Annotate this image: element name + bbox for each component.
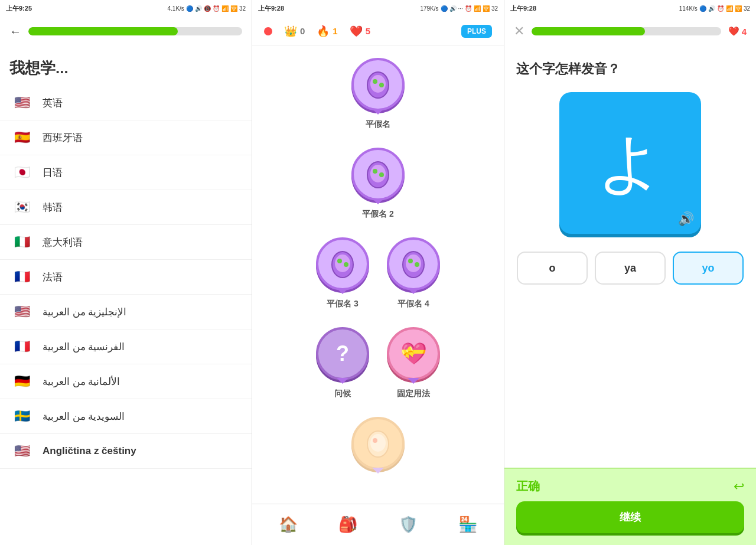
heart-count-3: 4 — [742, 27, 747, 37]
lang-name-czech: Angličtina z češtiny — [43, 445, 136, 457]
course-row-2: 平假名 2 — [351, 148, 405, 220]
course-node-fixed[interactable]: 💝 固定用法 — [387, 327, 440, 399]
flag-arabic-en: 🇺🇸 — [9, 303, 34, 321]
progress-bar-3 — [532, 27, 721, 35]
svg-point-11 — [344, 262, 348, 267]
language-item-arabic-en[interactable]: 🇺🇸الإنجليزية من العربية — [0, 295, 252, 329]
course-node-greeting[interactable]: ? 问候 — [316, 327, 369, 399]
heart-icon-3: ❤️ — [728, 26, 739, 37]
nav-home[interactable]: 🏠 — [269, 511, 307, 539]
flag-english: 🇺🇸 — [9, 94, 34, 112]
language-item-arabic-fr[interactable]: 🇫🇷الفرنسية من العربية — [0, 329, 252, 364]
language-item-arabic-de[interactable]: 🇩🇪الألمانية من العربية — [0, 364, 252, 399]
nav-shield[interactable]: 🛡️ — [389, 511, 427, 539]
course-node-hiragana4[interactable]: 平假名 4 — [387, 237, 440, 309]
result-label: 正确 — [516, 478, 540, 494]
back-button[interactable]: ← — [9, 25, 21, 38]
svg-point-18 — [373, 438, 377, 443]
continue-button[interactable]: 继续 — [516, 501, 744, 533]
crown-stat: 👑 0 — [284, 25, 305, 38]
nav-shop[interactable]: 🏪 — [449, 511, 487, 539]
heart-stat-3: ❤️ 4 — [728, 26, 747, 37]
egg-icon-1 — [364, 68, 392, 100]
nav-bar-2: 👑 0 🔥 1 ❤️ 5 PLUS — [252, 17, 504, 46]
panel-quiz: 上午9:28 114K/s 🔵 🔊 ⏰ 📶 🛜 32 ✕ ❤️ 4 这个字怎样发… — [504, 0, 756, 545]
svg-point-6 — [373, 169, 377, 174]
panel-language-selection: 上午9:25 4.1K/s 🔵 🔊 📵 ⏰ 📶 🛜 32 ← 我想学... 🇺🇸… — [0, 0, 252, 545]
flag-arabic-de: 🇩🇪 — [9, 373, 34, 390]
course-row-5 — [351, 417, 405, 470]
courses-scroll: 平假名 平假名 2 — [252, 46, 504, 504]
language-item-japanese[interactable]: 🇯🇵日语 — [0, 155, 252, 190]
plus-badge[interactable]: PLUS — [461, 25, 492, 38]
kana-character: よ — [597, 130, 664, 195]
lang-name-japanese: 日语 — [43, 166, 63, 180]
lang-name-english: 英语 — [43, 96, 63, 110]
close-button[interactable]: ✕ — [514, 24, 524, 39]
lang-name-arabic-sv: السويدية من العربية — [43, 410, 125, 423]
status-bar-3: 上午9:28 114K/s 🔵 🔊 ⏰ 📶 🛜 32 — [504, 0, 756, 17]
status-bar-2: 上午9:28 179K/s 🔵 🔊 ··· ⏰ 📶 🛜 32 — [252, 0, 504, 17]
language-item-english[interactable]: 🇺🇸英语 — [0, 86, 252, 120]
language-item-italian[interactable]: 🇮🇹意大利语 — [0, 225, 252, 260]
nav-bag[interactable]: 🎒 — [329, 511, 367, 539]
heart-icon-2: ❤️ — [350, 25, 363, 38]
flag-czech: 🇺🇸 — [9, 442, 34, 460]
result-row: 正确 ↩ — [516, 478, 744, 494]
flag-arabic-sv: 🇸🇪 — [9, 407, 34, 425]
node-label-hiragana3: 平假名 3 — [327, 299, 359, 309]
option-label-yo: yo — [702, 262, 714, 275]
course-node-hiragana1[interactable]: 平假名 — [351, 58, 405, 130]
language-item-spanish[interactable]: 🇪🇸西班牙语 — [0, 120, 252, 155]
result-icon: ↩ — [734, 479, 744, 494]
fire-count: 1 — [333, 26, 337, 36]
node-circle-hiragana3 — [316, 237, 369, 291]
answer-option-yo[interactable]: yo — [673, 252, 744, 285]
crown-icon: 👑 — [284, 25, 297, 38]
option-label-o: o — [549, 262, 556, 275]
course-node-hiragana2[interactable]: 平假名 2 — [351, 148, 405, 220]
home-icon: 🏠 — [279, 515, 298, 534]
kana-card: よ 🔊 — [559, 92, 701, 234]
nav-bar-1: ← — [0, 17, 252, 46]
language-item-czech[interactable]: 🇺🇸Angličtina z češtiny — [0, 434, 252, 469]
language-list: 🇺🇸英语🇪🇸西班牙语🇯🇵日语🇰🇷韩语🇮🇹意大利语🇫🇷法语🇺🇸الإنجليزية… — [0, 86, 252, 545]
status-time-1: 上午9:25 — [6, 4, 32, 13]
lang-name-italian: 意大利语 — [43, 236, 83, 249]
node-label-greeting: 问候 — [334, 389, 351, 399]
node-label-hiragana4: 平假名 4 — [397, 299, 429, 309]
lang-name-korean: 韩语 — [43, 201, 63, 214]
crown-count: 0 — [300, 26, 305, 36]
sound-button[interactable]: 🔊 — [678, 211, 694, 227]
svg-point-3 — [379, 83, 384, 87]
status-icons-3: 114K/s 🔵 🔊 ⏰ 📶 🛜 32 — [679, 5, 750, 12]
language-item-korean[interactable]: 🇰🇷韩语 — [0, 190, 252, 225]
language-item-arabic-sv[interactable]: 🇸🇪السويدية من العربية — [0, 399, 252, 434]
progress-fill-1 — [28, 27, 178, 35]
node-label-hiragana2: 平假名 2 — [362, 209, 394, 220]
status-time-3: 上午9:28 — [510, 4, 536, 13]
heart-stat-2: ❤️ 5 — [350, 25, 370, 38]
question-text: 这个字怎样发音？ — [516, 60, 744, 78]
language-item-french[interactable]: 🇫🇷法语 — [0, 260, 252, 295]
option-label-ya: ya — [624, 262, 636, 275]
answer-options: o ya yo — [504, 252, 756, 285]
svg-point-2 — [373, 79, 377, 84]
answer-option-o[interactable]: o — [517, 252, 588, 285]
lang-name-spanish: 西班牙语 — [43, 131, 83, 145]
status-bar-1: 上午9:25 4.1K/s 🔵 🔊 📵 ⏰ 📶 🛜 32 — [0, 0, 252, 17]
heart-count-2: 5 — [366, 26, 370, 36]
fire-stat: 🔥 1 — [317, 25, 337, 38]
heart-mystery-icon: 💝 — [400, 341, 427, 366]
flag-arabic-fr: 🇫🇷 — [9, 338, 34, 355]
answer-option-ya[interactable]: ya — [595, 252, 666, 285]
nav-bar-3: ✕ ❤️ 4 — [504, 17, 756, 46]
course-node-hiragana3[interactable]: 平假名 3 — [316, 237, 369, 309]
svg-point-7 — [379, 172, 384, 177]
course-row-1: 平假名 — [351, 58, 405, 130]
node-circle-heart: 💝 — [387, 327, 440, 380]
egg-icon-partial — [364, 427, 392, 459]
course-node-partial[interactable] — [351, 417, 405, 470]
node-circle-hiragana1 — [351, 58, 405, 111]
node-circle-hiragana2 — [351, 148, 405, 201]
